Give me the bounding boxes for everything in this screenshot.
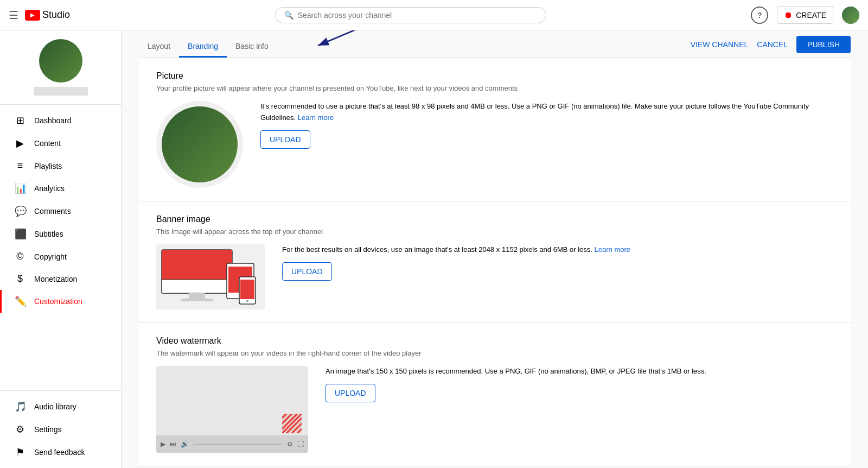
channel-avatar: [39, 39, 82, 83]
sidebar-item-playlists[interactable]: ≡ Playlists: [0, 155, 121, 177]
channel-name: [34, 87, 88, 96]
yt-logo[interactable]: Studio: [25, 9, 70, 21]
banner-info-text: For the best results on all devices, use…: [282, 244, 833, 256]
play-icon: ▶: [161, 440, 165, 448]
sidebar-item-audio-library[interactable]: 🎵 Audio library: [0, 395, 121, 418]
copyright-icon: ©: [15, 251, 25, 262]
dashboard-icon: ⊞: [15, 115, 25, 127]
sidebar-item-settings[interactable]: ⚙ Settings: [0, 418, 121, 441]
watermark-body: ▶ ⏭ 🔊 ⚙ ⛶ An image that's 150 x 150 pixe…: [156, 366, 833, 453]
sidebar-item-label: Dashboard: [34, 116, 72, 125]
svg-rect-5: [189, 293, 205, 299]
hamburger-menu[interactable]: ☰: [9, 9, 18, 22]
topbar-right: ? ⏺ CREATE: [751, 7, 859, 24]
avatar[interactable]: [842, 7, 859, 24]
watermark-preview-container: ▶ ⏭ 🔊 ⚙ ⛶: [156, 366, 308, 453]
sidebar-item-subtitles[interactable]: ⬛ Subtitles: [0, 223, 121, 245]
sidebar-item-label: Settings: [34, 425, 62, 434]
settings-icon: ⚙: [15, 423, 25, 435]
tab-layout[interactable]: Layout: [139, 36, 179, 58]
picture-section: Picture Your profile picture will appear…: [139, 58, 851, 201]
skip-icon: ⏭: [170, 440, 176, 448]
publish-button[interactable]: PUBLISH: [796, 36, 851, 53]
picture-upload-button[interactable]: UPLOAD: [260, 130, 310, 149]
record-icon: ⏺: [784, 10, 793, 20]
sidebar-item-content[interactable]: ▶ Content: [0, 132, 121, 155]
cancel-button[interactable]: CANCEL: [757, 40, 788, 49]
sidebar-item-analytics[interactable]: 📊 Analytics: [0, 177, 121, 200]
picture-body: It's recommended to use a picture that's…: [156, 101, 833, 188]
tabs-row: Layout Branding Basic info VIEW CHANNEL …: [139, 36, 851, 58]
tabs: Layout Branding Basic info: [139, 36, 277, 57]
banner-upload-button[interactable]: UPLOAD: [282, 262, 332, 281]
banner-title: Banner image: [156, 214, 833, 224]
customization-icon: ✏️: [15, 295, 25, 307]
playlists-icon: ≡: [15, 160, 25, 172]
video-progress-bar: [193, 444, 283, 445]
banner-description: This image will appear across the top of…: [156, 227, 833, 236]
video-controls: ▶ ⏭ 🔊 ⚙ ⛶: [156, 435, 308, 453]
avatar-image: [842, 7, 859, 24]
sidebar-item-label: Analytics: [34, 184, 65, 193]
search-icon: 🔍: [284, 11, 293, 20]
nav-bottom: 🎵 Audio library ⚙ Settings ⚑ Send feedba…: [0, 390, 121, 468]
search-bar: 🔍: [275, 7, 546, 23]
watermark-upload-button[interactable]: UPLOAD: [326, 384, 375, 402]
sidebar-item-dashboard[interactable]: ⊞ Dashboard: [0, 109, 121, 132]
tab-basic-info[interactable]: Basic info: [227, 36, 277, 58]
sidebar-item-label: Customization: [34, 297, 82, 306]
profile-picture-preview: [156, 101, 243, 188]
sidebar-item-label: Playlists: [34, 162, 62, 170]
channel-info: [0, 30, 121, 105]
create-button[interactable]: ⏺ CREATE: [777, 7, 833, 24]
sidebar-item-label: Audio library: [34, 402, 76, 411]
view-channel-button[interactable]: VIEW CHANNEL: [691, 40, 749, 49]
sidebar-item-monetization[interactable]: $ Monetization: [0, 268, 121, 290]
banner-section: Banner image This image will appear acro…: [139, 201, 851, 323]
sidebar-item-label: Monetization: [34, 275, 77, 283]
sidebar-item-label: Subtitles: [34, 230, 63, 238]
picture-preview: [156, 101, 243, 188]
topbar: ☰ Studio 🔍 ? ⏺ CREATE: [0, 0, 868, 30]
profile-picture-image: [162, 106, 238, 182]
watermark-info-text: An image that's 150 x 150 pixels is reco…: [326, 366, 833, 377]
svg-rect-4: [162, 280, 232, 293]
sidebar-item-label: Comments: [34, 207, 71, 216]
subtitles-icon: ⬛: [15, 228, 25, 240]
watermark-section: Video watermark The watermark will appea…: [139, 323, 851, 466]
topbar-search: 🔍: [70, 7, 751, 23]
help-button[interactable]: ?: [751, 7, 768, 24]
svg-point-12: [246, 300, 248, 302]
watermark-icon: [282, 414, 302, 433]
search-input[interactable]: [298, 11, 537, 20]
banner-learn-more[interactable]: Learn more: [595, 245, 630, 254]
svg-rect-6: [181, 299, 213, 301]
picture-title: Picture: [156, 71, 833, 81]
banner-preview: [156, 244, 265, 309]
settings-video-icon: ⚙: [287, 440, 293, 448]
banner-illustration: [159, 247, 262, 307]
sidebar-item-copyright[interactable]: © Copyright: [0, 245, 121, 268]
watermark-description: The watermark will appear on your videos…: [156, 349, 833, 357]
nav-items: ⊞ Dashboard ▶ Content ≡ Playlists 📊 Anal…: [0, 105, 121, 390]
sidebar-item-customization[interactable]: ✏️ Customization: [0, 290, 121, 313]
tabs-container: Layout Branding Basic info VIEW CHANNEL …: [139, 36, 851, 58]
banner-body: For the best results on all devices, use…: [156, 244, 833, 309]
tab-branding[interactable]: Branding: [179, 36, 227, 58]
volume-icon: 🔊: [181, 440, 189, 448]
tab-actions: VIEW CHANNEL CANCEL PUBLISH: [691, 36, 851, 58]
page-content: Channel customization Layout Branding Ba…: [122, 0, 868, 468]
picture-learn-more[interactable]: Learn more: [298, 113, 334, 122]
comments-icon: 💬: [15, 205, 25, 217]
sidebar-item-comments[interactable]: 💬 Comments: [0, 200, 121, 223]
feedback-icon: ⚑: [15, 446, 25, 458]
watermark-title: Video watermark: [156, 336, 833, 346]
svg-rect-11: [240, 280, 254, 299]
create-label: CREATE: [796, 11, 826, 20]
picture-info-text: It's recommended to use a picture that's…: [260, 101, 833, 124]
sidebar-item-label: Send feedback: [34, 448, 85, 457]
sidebar-item-send-feedback[interactable]: ⚑ Send feedback: [0, 441, 121, 464]
sidebar-item-label: Copyright: [34, 252, 67, 261]
audio-library-icon: 🎵: [15, 401, 25, 413]
watermark-preview: ▶ ⏭ 🔊 ⚙ ⛶: [156, 366, 308, 453]
